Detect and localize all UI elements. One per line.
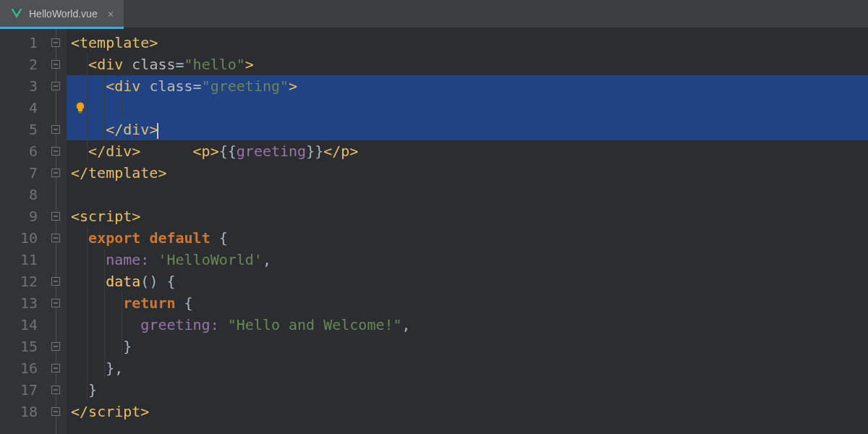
lightbulb-icon[interactable] (74, 101, 87, 114)
code-line[interactable]: <p>{{greeting}}</p> (67, 97, 868, 119)
line-number: 6 (0, 140, 38, 162)
code-line[interactable]: export default { (67, 227, 868, 249)
line-number: 7 (0, 162, 38, 184)
code-line[interactable]: } (67, 379, 868, 401)
fold-gutter (45, 29, 67, 434)
fold-toggle-icon[interactable] (51, 169, 60, 177)
line-number: 10 (0, 227, 38, 249)
fold-toggle-icon[interactable] (51, 299, 60, 307)
fold-toggle-icon[interactable] (51, 407, 60, 416)
code-line[interactable]: <script> (67, 205, 868, 227)
tab-filename: HelloWorld.vue (29, 8, 98, 20)
line-number: 4 (0, 97, 38, 119)
vue-file-icon (10, 7, 23, 20)
text-cursor (157, 123, 158, 139)
fold-toggle-icon[interactable] (51, 60, 60, 69)
fold-toggle-icon[interactable] (51, 125, 60, 134)
line-number: 17 (0, 379, 38, 401)
line-number: 11 (0, 249, 38, 271)
code-line[interactable]: return { (67, 292, 868, 314)
code-editor[interactable]: 1 2 3 4 5 6 7 8 9 10 11 12 13 14 15 16 1… (0, 29, 868, 434)
line-number: 2 (0, 54, 38, 75)
line-number: 3 (0, 75, 38, 97)
fold-toggle-icon[interactable] (51, 277, 60, 286)
code-line[interactable]: <template> (67, 32, 868, 54)
line-number: 8 (0, 184, 38, 205)
line-number: 5 (0, 119, 38, 140)
code-line[interactable]: <div class="hello"> (67, 54, 868, 75)
line-number: 9 (0, 205, 38, 227)
code-line[interactable]: </script> (67, 401, 868, 422)
fold-toggle-icon[interactable] (51, 342, 60, 351)
code-line[interactable]: } (67, 336, 868, 357)
code-area[interactable]: <template> <div class="hello"> <div clas… (67, 29, 868, 434)
fold-toggle-icon[interactable] (51, 82, 60, 90)
line-number: 1 (0, 32, 38, 54)
close-icon[interactable]: × (108, 8, 114, 20)
line-number: 12 (0, 271, 38, 292)
fold-toggle-icon[interactable] (51, 364, 60, 373)
code-line[interactable]: greeting: "Hello and Welcome!", (67, 314, 868, 336)
line-number: 14 (0, 314, 38, 336)
tab-bar: HelloWorld.vue × (0, 0, 868, 29)
svg-rect-0 (79, 112, 82, 114)
code-line[interactable] (67, 184, 868, 205)
code-line[interactable]: </template> (67, 162, 868, 184)
line-number: 16 (0, 357, 38, 379)
code-line[interactable]: data() { (67, 271, 868, 292)
line-number: 13 (0, 292, 38, 314)
code-line[interactable]: </div> (67, 140, 868, 162)
code-line[interactable]: }, (67, 357, 868, 379)
file-tab[interactable]: HelloWorld.vue × (0, 0, 124, 27)
code-line[interactable]: </div> (67, 119, 868, 140)
fold-toggle-icon[interactable] (51, 234, 60, 242)
fold-toggle-icon[interactable] (51, 38, 60, 47)
line-number-gutter: 1 2 3 4 5 6 7 8 9 10 11 12 13 14 15 16 1… (0, 29, 45, 434)
line-number: 18 (0, 401, 38, 422)
code-line[interactable]: name: 'HelloWorld', (67, 249, 868, 271)
line-number: 15 (0, 336, 38, 357)
code-line[interactable]: <div class="greeting"> (67, 75, 868, 97)
fold-toggle-icon[interactable] (51, 212, 60, 221)
editor-window: HelloWorld.vue × 1 2 3 4 5 6 7 8 9 10 11… (0, 0, 868, 434)
fold-toggle-icon[interactable] (51, 386, 60, 394)
fold-toggle-icon[interactable] (51, 147, 60, 156)
